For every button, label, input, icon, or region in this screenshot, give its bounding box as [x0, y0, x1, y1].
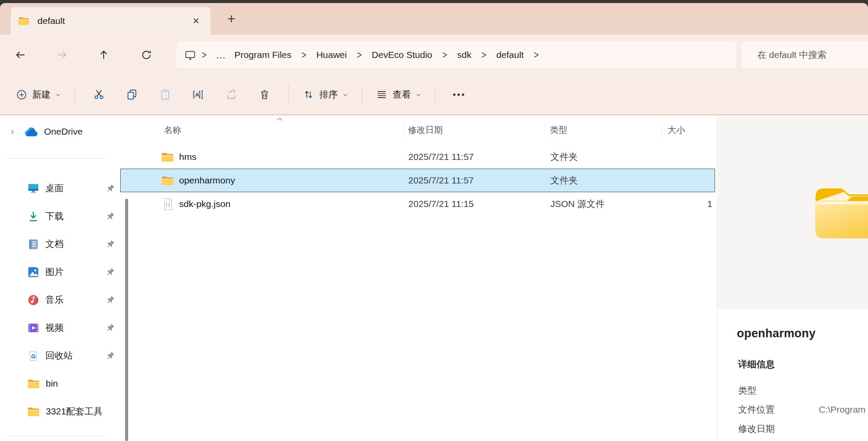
toolbar-divider	[435, 85, 435, 105]
rename-button[interactable]: A	[184, 82, 213, 107]
back-button[interactable]	[8, 43, 33, 67]
column-divider[interactable]	[403, 122, 404, 139]
sort-ascending-icon[interactable]	[275, 116, 284, 122]
pin-icon	[106, 295, 115, 304]
music-icon	[27, 294, 40, 306]
cut-icon	[93, 88, 105, 101]
breadcrumb-item-sdk[interactable]: sdk	[453, 47, 476, 63]
field-label: 文件位置	[738, 404, 819, 416]
this-pc-icon[interactable]	[184, 49, 196, 61]
arrow-left-icon	[14, 49, 27, 61]
details-title: openharmony	[737, 327, 816, 340]
up-button[interactable]	[92, 43, 116, 67]
search-input[interactable]	[742, 49, 863, 61]
sidebar-item-videos[interactable]: 视频	[0, 314, 118, 342]
forward-button[interactable]	[50, 43, 74, 67]
documents-icon	[27, 238, 40, 251]
sidebar-item-documents[interactable]: 文档	[0, 230, 118, 258]
tab-title: default	[37, 16, 65, 26]
file-size: 1	[707, 193, 715, 215]
breadcrumb-item-program-files[interactable]: Program Files	[230, 47, 296, 63]
sidebar-item-bin-folder[interactable]: bin	[0, 370, 118, 397]
folder-icon	[161, 146, 174, 168]
trash-icon	[258, 88, 271, 101]
sidebar-item-label: OneDrive	[44, 126, 83, 137]
sidebar-item-music[interactable]: 音乐	[0, 286, 118, 314]
details-field-modified: 修改日期	[738, 419, 868, 438]
tab-close-icon[interactable]: ✕	[189, 14, 203, 28]
paste-button[interactable]	[151, 82, 180, 107]
sidebar-item-desktop[interactable]: 桌面	[0, 174, 118, 202]
breadcrumb-chevron-icon: >	[296, 49, 312, 61]
pin-icon	[106, 323, 115, 332]
folder-icon	[27, 406, 40, 417]
column-header-date[interactable]: 修改日期	[408, 116, 443, 144]
navigation-bar: > … Program Files > Huawei > DevEco Stud…	[0, 35, 868, 75]
cut-button[interactable]	[85, 82, 113, 107]
file-type: JSON 源文件	[550, 193, 605, 215]
sidebar-item-onedrive[interactable]: OneDrive	[0, 119, 115, 144]
sidebar-item-label: 图片	[45, 266, 64, 278]
sidebar-divider	[6, 158, 106, 159]
pin-icon	[106, 267, 115, 276]
plus-circle-icon	[16, 89, 27, 101]
sidebar-item-label: 视频	[45, 322, 64, 334]
downloads-icon	[27, 210, 40, 223]
file-type: 文件夹	[550, 169, 578, 192]
column-divider[interactable]	[545, 122, 545, 139]
file-row-hms[interactable]: hms 2025/7/21 11:57 文件夹	[120, 145, 715, 169]
large-folder-icon	[810, 181, 868, 243]
share-icon	[225, 88, 237, 101]
field-value: C:\Program	[819, 404, 865, 415]
breadcrumb-chevron-icon: >	[351, 49, 367, 61]
sort-button[interactable]: 排序	[296, 82, 354, 107]
breadcrumb-overflow-button[interactable]: …	[212, 49, 230, 61]
svg-text:♻: ♻	[31, 353, 36, 360]
chevron-down-icon	[416, 92, 421, 98]
copy-button[interactable]	[118, 82, 146, 107]
new-button[interactable]: 新建	[10, 82, 67, 107]
view-button[interactable]: 查看	[370, 82, 427, 107]
sidebar-item-label: 下载	[45, 210, 64, 222]
more-dots-icon: •••	[453, 90, 466, 100]
new-tab-button[interactable]: +	[220, 9, 243, 29]
share-button[interactable]	[217, 82, 246, 107]
sidebar-pinned-list: 桌面 下载	[0, 174, 118, 425]
column-header-name[interactable]: 名称	[164, 116, 181, 144]
svg-text:{}: {}	[165, 202, 170, 207]
sidebar-item-3321-folder[interactable]: 3321配套工具	[0, 397, 118, 425]
pin-icon	[106, 351, 115, 360]
view-icon	[376, 88, 388, 101]
sidebar-item-pictures[interactable]: 图片	[0, 258, 118, 286]
breadcrumb-chevron-icon: >	[528, 49, 544, 61]
details-field-location: 文件位置 C:\Program	[738, 400, 868, 419]
file-name: openharmony	[179, 169, 235, 192]
column-header-type[interactable]: 类型	[550, 116, 567, 144]
chevron-down-icon	[55, 92, 61, 98]
sidebar: OneDrive 桌面 下载	[0, 116, 118, 441]
field-label: 类型	[738, 384, 819, 397]
file-row-openharmony[interactable]: openharmony 2025/7/21 11:57 文件夹	[120, 169, 715, 192]
more-options-button[interactable]: •••	[445, 82, 474, 107]
file-row-sdk-pkg-json[interactable]: {} sdk-pkg.json 2025/7/21 11:15 JSON 源文件…	[120, 192, 715, 216]
breadcrumb-item-huawei[interactable]: Huawei	[312, 47, 351, 63]
breadcrumb[interactable]: > … Program Files > Huawei > DevEco Stud…	[176, 42, 736, 68]
explorer-tab[interactable]: default ✕	[11, 7, 210, 35]
column-header-size[interactable]: 大小	[668, 116, 685, 144]
sidebar-item-downloads[interactable]: 下载	[0, 202, 118, 230]
breadcrumb-item-deveco-studio[interactable]: DevEco Studio	[367, 47, 437, 63]
recycle-bin-icon: ♻	[27, 349, 40, 362]
refresh-button[interactable]	[134, 43, 159, 67]
file-name: hms	[179, 146, 197, 168]
arrow-up-icon	[98, 49, 110, 61]
pin-icon	[106, 211, 115, 220]
sidebar-item-recycle-bin[interactable]: ♻ 回收站	[0, 342, 118, 370]
sidebar-item-label: 回收站	[45, 349, 73, 362]
folder-icon	[27, 378, 40, 389]
column-divider[interactable]	[661, 122, 662, 139]
breadcrumb-item-default[interactable]: default	[492, 47, 528, 63]
delete-button[interactable]	[250, 82, 279, 107]
search-box	[742, 42, 868, 68]
onedrive-cloud-icon	[23, 126, 39, 137]
sort-button-label: 排序	[319, 88, 338, 101]
